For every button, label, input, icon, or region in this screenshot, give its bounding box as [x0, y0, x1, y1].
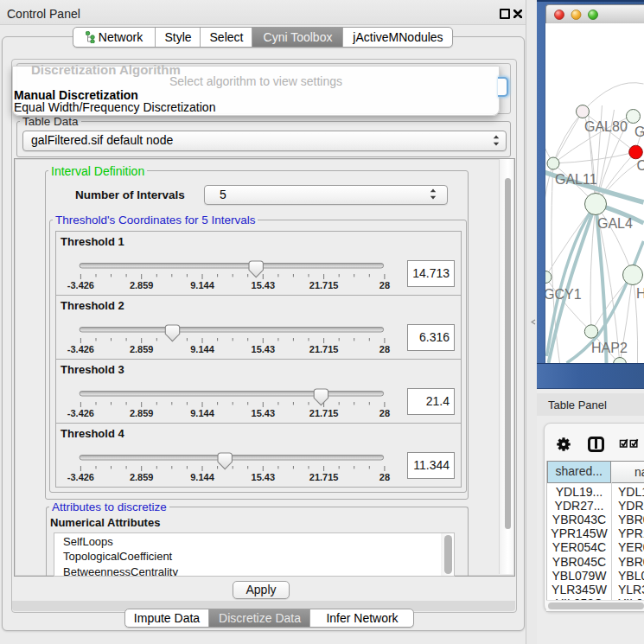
svg-text:21.715: 21.715 [309, 344, 339, 354]
svg-text:C: C [637, 158, 644, 173]
svg-text:15.43: 15.43 [252, 280, 276, 290]
svg-text:9.144: 9.144 [190, 344, 214, 354]
svg-text:-3.426: -3.426 [67, 280, 94, 290]
svg-text:GAL11: GAL11 [555, 172, 597, 187]
svg-text:2.859: 2.859 [130, 472, 154, 482]
svg-text:2.859: 2.859 [130, 344, 154, 354]
svg-text:28: 28 [379, 408, 390, 418]
svg-text:9.144: 9.144 [190, 280, 214, 290]
svg-text:9.144: 9.144 [190, 408, 214, 418]
svg-text:15.43: 15.43 [252, 408, 276, 418]
svg-text:28: 28 [379, 344, 390, 354]
svg-text:28: 28 [379, 472, 390, 482]
svg-text:15.43: 15.43 [252, 344, 276, 354]
svg-text:15.43: 15.43 [252, 472, 276, 482]
svg-text:H: H [636, 286, 644, 301]
svg-text:21.715: 21.715 [309, 472, 339, 482]
svg-text:GAL4: GAL4 [597, 216, 633, 231]
svg-text:9.144: 9.144 [190, 472, 214, 482]
svg-text:-3.426: -3.426 [67, 472, 94, 482]
svg-text:2.859: 2.859 [130, 280, 154, 290]
svg-text:GAL: GAL [634, 124, 644, 139]
svg-text:HAP2: HAP2 [591, 341, 628, 355]
svg-text:21.715: 21.715 [309, 280, 339, 290]
svg-text:28: 28 [379, 280, 390, 290]
svg-text:GAL80: GAL80 [584, 119, 628, 134]
svg-text:-3.426: -3.426 [67, 344, 94, 354]
svg-text:2.859: 2.859 [130, 408, 154, 418]
svg-text:-3.426: -3.426 [67, 408, 94, 418]
svg-text:GCY1: GCY1 [545, 287, 582, 302]
svg-text:21.715: 21.715 [309, 408, 339, 418]
